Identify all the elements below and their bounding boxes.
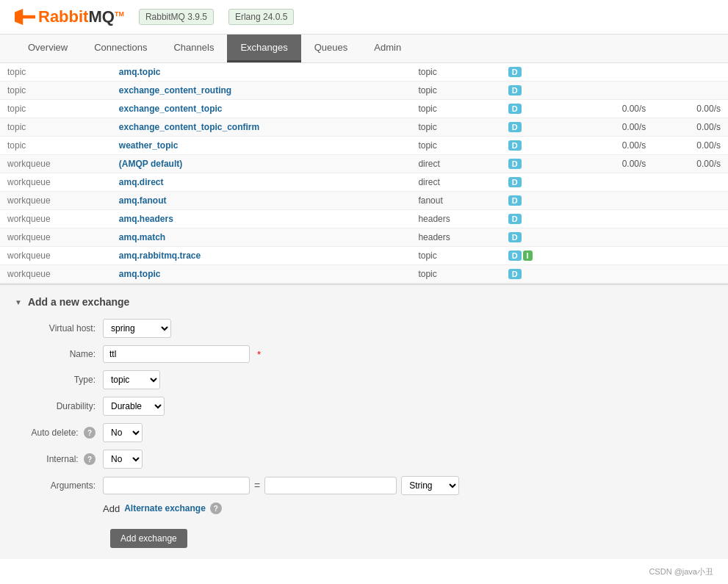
exchange-name-cell[interactable]: amq.direct <box>112 173 411 192</box>
rate-out-cell <box>653 265 728 284</box>
table-row: topicexchange_content_routingtopicD <box>0 82 728 100</box>
nav-admin[interactable]: Admin <box>361 35 414 62</box>
nav-connections[interactable]: Connections <box>81 35 160 62</box>
exchange-name-cell[interactable]: amq.topic <box>112 63 411 82</box>
rate-out-cell <box>653 210 728 228</box>
add-exchange-title: Add a new exchange <box>28 296 129 308</box>
nav-exchanges[interactable]: Exchanges <box>227 35 300 62</box>
rate-out-cell <box>653 247 728 265</box>
add-exchange-section: ▼ Add a new exchange Virtual host: sprin… <box>0 284 728 559</box>
arguments-type-select[interactable]: StringNumberBooleanList <box>401 476 459 495</box>
features-cell: DI <box>501 247 579 265</box>
alt-exchange-link[interactable]: Alternate exchange <box>124 503 206 513</box>
exchange-name-cell[interactable]: amq.headers <box>112 210 411 228</box>
exchange-name-cell[interactable]: amq.topic <box>112 265 411 284</box>
type-row: Type: directfanoutheaderstopic <box>15 370 713 389</box>
vhost-cell: workqueue <box>0 173 112 192</box>
rate-in-cell: 0.00/s <box>579 100 654 118</box>
durable-badge: D <box>508 250 522 261</box>
nav-overview[interactable]: Overview <box>15 35 81 62</box>
vhost-cell: workqueue <box>0 228 112 247</box>
table-row: topicexchange_content_topic_confirmtopic… <box>0 118 728 137</box>
header: RabbitMQTM RabbitMQ 3.9.5 Erlang 24.0.5 <box>0 0 728 35</box>
type-cell: topic <box>411 247 500 265</box>
exchange-name-cell[interactable]: exchange_content_topic_confirm <box>112 118 411 137</box>
rate-out-cell <box>653 63 728 82</box>
durable-badge: D <box>508 104 522 114</box>
durable-badge: D <box>508 67 522 77</box>
durable-badge: D <box>508 85 522 95</box>
durability-label: Durability: <box>15 401 103 411</box>
arguments-value-input[interactable] <box>264 477 397 494</box>
rate-in-cell: 0.00/s <box>579 118 654 137</box>
durable-badge: D <box>508 140 522 151</box>
type-cell: topic <box>411 118 500 137</box>
exchange-name-cell[interactable]: exchange_content_topic <box>112 100 411 118</box>
auto-delete-label: Auto delete: ? <box>15 427 103 439</box>
alt-exchange-control: Add Alternate exchange ? <box>103 502 222 514</box>
exchange-name-cell[interactable]: amq.match <box>112 228 411 247</box>
type-cell: fanout <box>411 192 500 210</box>
exchange-name-cell[interactable]: (AMQP default) <box>112 155 411 173</box>
auto-delete-select[interactable]: NoYes <box>103 423 143 442</box>
durability-control: DurableTransient <box>103 397 165 416</box>
type-cell: topic <box>411 100 500 118</box>
auto-delete-control: NoYes <box>103 423 143 442</box>
add-exchange-header[interactable]: ▼ Add a new exchange <box>15 296 713 308</box>
rate-out-cell: 0.00/s <box>653 137 728 155</box>
type-select[interactable]: directfanoutheaderstopic <box>103 370 160 389</box>
arguments-key-input[interactable] <box>103 477 250 494</box>
type-cell: topic <box>411 63 500 82</box>
features-cell: D <box>501 173 579 192</box>
table-row: workqueueamq.directdirectD <box>0 173 728 192</box>
virtual-host-row: Virtual host: spring/topicworkqueue <box>15 319 713 338</box>
rate-out-cell: 0.00/s <box>653 118 728 137</box>
arguments-control: = StringNumberBooleanList <box>103 476 459 495</box>
rate-in-cell <box>579 265 654 284</box>
exchange-name-cell[interactable]: weather_topic <box>112 137 411 155</box>
features-cell: D <box>501 210 579 228</box>
required-star: * <box>257 349 261 360</box>
rate-in-cell <box>579 247 654 265</box>
table-row: workqueue(AMQP default)directD0.00/s0.00… <box>0 155 728 173</box>
alt-exchange-help-icon[interactable]: ? <box>210 502 222 514</box>
type-cell: headers <box>411 228 500 247</box>
virtual-host-label: Virtual host: <box>15 323 103 334</box>
virtual-host-select[interactable]: spring/topicworkqueue <box>103 319 171 338</box>
virtual-host-control: spring/topicworkqueue <box>103 319 171 338</box>
features-cell: D <box>501 192 579 210</box>
table-row: workqueueamq.headersheadersD <box>0 210 728 228</box>
name-label: Name: <box>15 349 103 359</box>
vhost-cell: topic <box>0 100 112 118</box>
vhost-cell: workqueue <box>0 265 112 284</box>
durability-select[interactable]: DurableTransient <box>103 397 165 416</box>
table-row: workqueueamq.rabbitmq.tracetopicDI <box>0 247 728 265</box>
vhost-cell: workqueue <box>0 192 112 210</box>
durable-badge: D <box>508 122 522 132</box>
internal-select[interactable]: NoYes <box>103 450 143 469</box>
name-row: Name: * <box>15 345 713 363</box>
rate-in-cell: 0.00/s <box>579 155 654 173</box>
vhost-cell: topic <box>0 118 112 137</box>
logo-rabbit: Rabbit <box>38 7 88 26</box>
exchange-name-cell[interactable]: amq.rabbitmq.trace <box>112 247 411 265</box>
auto-delete-help-icon[interactable]: ? <box>84 427 95 439</box>
internal-help-icon[interactable]: ? <box>84 453 95 465</box>
nav-queues[interactable]: Queues <box>301 35 361 62</box>
features-cell: D <box>501 100 579 118</box>
rate-in-cell <box>579 63 654 82</box>
type-control: directfanoutheaderstopic <box>103 370 160 389</box>
exchange-name-cell[interactable]: exchange_content_routing <box>112 82 411 100</box>
rate-out-cell: 0.00/s <box>653 155 728 173</box>
exchange-name-cell[interactable]: amq.fanout <box>112 192 411 210</box>
table-row: workqueueamq.fanoutfanoutD <box>0 192 728 210</box>
features-cell: D <box>501 228 579 247</box>
rate-in-cell <box>579 82 654 100</box>
type-cell: direct <box>411 155 500 173</box>
nav-channels[interactable]: Channels <box>160 35 227 62</box>
vhost-cell: workqueue <box>0 210 112 228</box>
features-cell: D <box>501 63 579 82</box>
add-exchange-button[interactable]: Add exchange <box>110 529 187 548</box>
name-input[interactable] <box>103 345 250 363</box>
type-label: Type: <box>15 375 103 385</box>
